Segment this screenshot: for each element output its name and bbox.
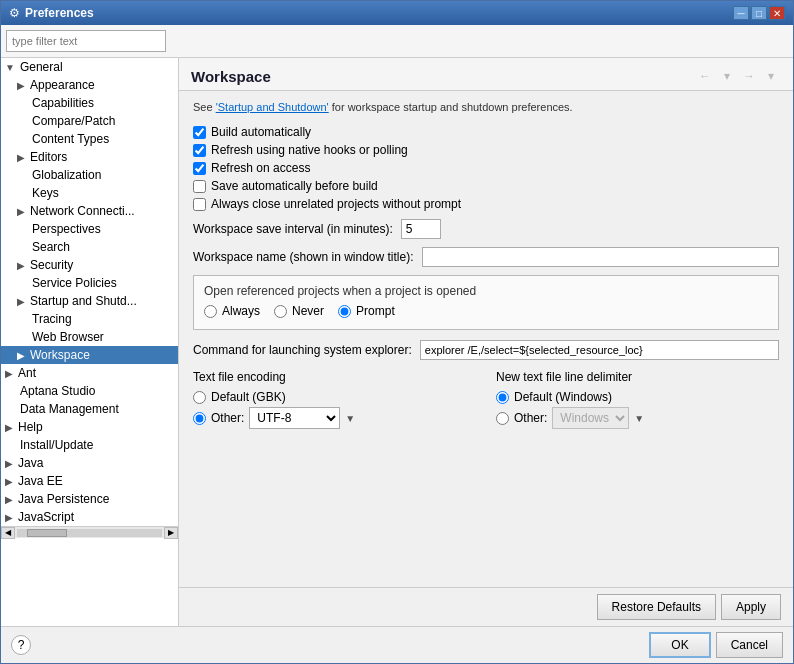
- tree-item-security[interactable]: ▶Security: [1, 256, 178, 274]
- tree-expand-arrow: ▶: [17, 80, 25, 91]
- default-gbk-radio[interactable]: [193, 391, 206, 404]
- refresh-access-checkbox[interactable]: [193, 162, 206, 175]
- tree-item-label: General: [20, 60, 63, 74]
- default-windows-label[interactable]: Default (Windows): [514, 390, 612, 404]
- nav-dropdown1-icon[interactable]: ▾: [717, 66, 737, 86]
- text-encoding-title: Text file encoding: [193, 370, 476, 384]
- checkbox-row-refresh-access: Refresh on access: [193, 161, 779, 175]
- restore-defaults-button[interactable]: Restore Defaults: [597, 594, 716, 620]
- scrollbar-thumb[interactable]: [27, 529, 67, 537]
- tree-item-data-management[interactable]: Data Management: [1, 400, 178, 418]
- encoding-select[interactable]: UTF-8 UTF-16 ISO-8859-1 US-ASCII: [249, 407, 340, 429]
- never-label[interactable]: Never: [292, 304, 324, 318]
- always-label[interactable]: Always: [222, 304, 260, 318]
- tree-item-label: Web Browser: [32, 330, 104, 344]
- close-unrelated-checkbox[interactable]: [193, 198, 206, 211]
- apply-button[interactable]: Apply: [721, 594, 781, 620]
- tree-item-label: Capabilities: [32, 96, 94, 110]
- command-row: Command for launching system explorer:: [193, 340, 779, 360]
- tree-item-label: Globalization: [32, 168, 101, 182]
- tree-item-java[interactable]: ▶Java: [1, 454, 178, 472]
- other-delimiter-label[interactable]: Other:: [514, 411, 547, 425]
- help-button[interactable]: ?: [11, 635, 31, 655]
- prompt-label[interactable]: Prompt: [356, 304, 395, 318]
- never-radio[interactable]: [274, 305, 287, 318]
- tree-item-compare-patch[interactable]: Compare/Patch: [1, 112, 178, 130]
- other-encoding-label[interactable]: Other:: [211, 411, 244, 425]
- horizontal-scrollbar[interactable]: ◀ ▶: [1, 526, 178, 538]
- default-windows-row: Default (Windows): [496, 390, 779, 404]
- tree-item-editors[interactable]: ▶Editors: [1, 148, 178, 166]
- nav-forward-icon[interactable]: →: [739, 66, 759, 86]
- scroll-left-arrow[interactable]: ◀: [1, 527, 15, 539]
- tree-item-ant[interactable]: ▶Ant: [1, 364, 178, 382]
- tree-item-label: Service Policies: [32, 276, 117, 290]
- default-windows-radio[interactable]: [496, 391, 509, 404]
- tree-item-label: Java Persistence: [18, 492, 109, 506]
- default-gbk-label[interactable]: Default (GBK): [211, 390, 286, 404]
- preferences-window: ⚙ Preferences ─ □ ✕ ▼General▶AppearanceC…: [0, 0, 794, 664]
- tree-item-help[interactable]: ▶Help: [1, 418, 178, 436]
- refresh-access-label[interactable]: Refresh on access: [211, 161, 310, 175]
- checkbox-row-refresh-native: Refresh using native hooks or polling: [193, 143, 779, 157]
- tree-item-search[interactable]: Search: [1, 238, 178, 256]
- tree-item-label: Help: [18, 420, 43, 434]
- startup-shutdown-link[interactable]: 'Startup and Shutdown': [216, 101, 329, 113]
- tree-item-label: Java EE: [18, 474, 63, 488]
- checkbox-row-build: Build automatically: [193, 125, 779, 139]
- workspace-name-input[interactable]: [422, 247, 779, 267]
- tree-item-java-persistence[interactable]: ▶Java Persistence: [1, 490, 178, 508]
- tree-item-tracing[interactable]: Tracing: [1, 310, 178, 328]
- tree-item-appearance[interactable]: ▶Appearance: [1, 76, 178, 94]
- refresh-native-label[interactable]: Refresh using native hooks or polling: [211, 143, 408, 157]
- tree-item-java-ee[interactable]: ▶Java EE: [1, 472, 178, 490]
- tree-item-service-policies[interactable]: Service Policies: [1, 274, 178, 292]
- open-projects-title: Open referenced projects when a project …: [204, 284, 768, 298]
- tree-item-keys[interactable]: Keys: [1, 184, 178, 202]
- close-button[interactable]: ✕: [769, 6, 785, 20]
- nav-back-icon[interactable]: ←: [695, 66, 715, 86]
- tree-expand-arrow: ▶: [5, 368, 13, 379]
- tree-item-web-browser[interactable]: Web Browser: [1, 328, 178, 346]
- prompt-radio[interactable]: [338, 305, 351, 318]
- tree-item-startup-shutdown[interactable]: ▶Startup and Shutd...: [1, 292, 178, 310]
- tree-item-aptana-studio[interactable]: Aptana Studio: [1, 382, 178, 400]
- tree-item-label: Perspectives: [32, 222, 101, 236]
- minimize-button[interactable]: ─: [733, 6, 749, 20]
- radio-row-prompt: Prompt: [338, 304, 395, 318]
- tree-item-label: Ant: [18, 366, 36, 380]
- workspace-interval-label: Workspace save interval (in minutes):: [193, 222, 393, 236]
- tree-item-general[interactable]: ▼General: [1, 58, 178, 76]
- other-delimiter-radio[interactable]: [496, 412, 509, 425]
- ok-button[interactable]: OK: [649, 632, 710, 658]
- tree-item-install-update[interactable]: Install/Update: [1, 436, 178, 454]
- close-unrelated-label[interactable]: Always close unrelated projects without …: [211, 197, 461, 211]
- always-radio[interactable]: [204, 305, 217, 318]
- tree-expand-arrow: ▼: [5, 62, 15, 73]
- other-encoding-radio[interactable]: [193, 412, 206, 425]
- tree-item-content-types[interactable]: Content Types: [1, 130, 178, 148]
- search-input[interactable]: [6, 30, 166, 52]
- tree-item-javascript[interactable]: ▶JavaScript: [1, 508, 178, 526]
- tree-item-globalization[interactable]: Globalization: [1, 166, 178, 184]
- maximize-button[interactable]: □: [751, 6, 767, 20]
- tree-item-network-connections[interactable]: ▶Network Connecti...: [1, 202, 178, 220]
- tree-panel: ▼General▶AppearanceCapabilitiesCompare/P…: [1, 58, 179, 626]
- tree-item-label: Install/Update: [20, 438, 93, 452]
- tree-item-capabilities[interactable]: Capabilities: [1, 94, 178, 112]
- cancel-button[interactable]: Cancel: [716, 632, 783, 658]
- refresh-native-checkbox[interactable]: [193, 144, 206, 157]
- scroll-right-arrow[interactable]: ▶: [164, 527, 178, 539]
- tree-item-perspectives[interactable]: Perspectives: [1, 220, 178, 238]
- tree-item-workspace[interactable]: ▶Workspace: [1, 346, 178, 364]
- tree-item-label: Compare/Patch: [32, 114, 115, 128]
- tree-item-label: Editors: [30, 150, 67, 164]
- nav-dropdown2-icon[interactable]: ▾: [761, 66, 781, 86]
- command-input[interactable]: [420, 340, 779, 360]
- build-auto-checkbox[interactable]: [193, 126, 206, 139]
- save-auto-label[interactable]: Save automatically before build: [211, 179, 378, 193]
- workspace-interval-input[interactable]: [401, 219, 441, 239]
- save-auto-checkbox[interactable]: [193, 180, 206, 193]
- delimiter-select[interactable]: Windows Unix Mac: [552, 407, 629, 429]
- build-auto-label[interactable]: Build automatically: [211, 125, 311, 139]
